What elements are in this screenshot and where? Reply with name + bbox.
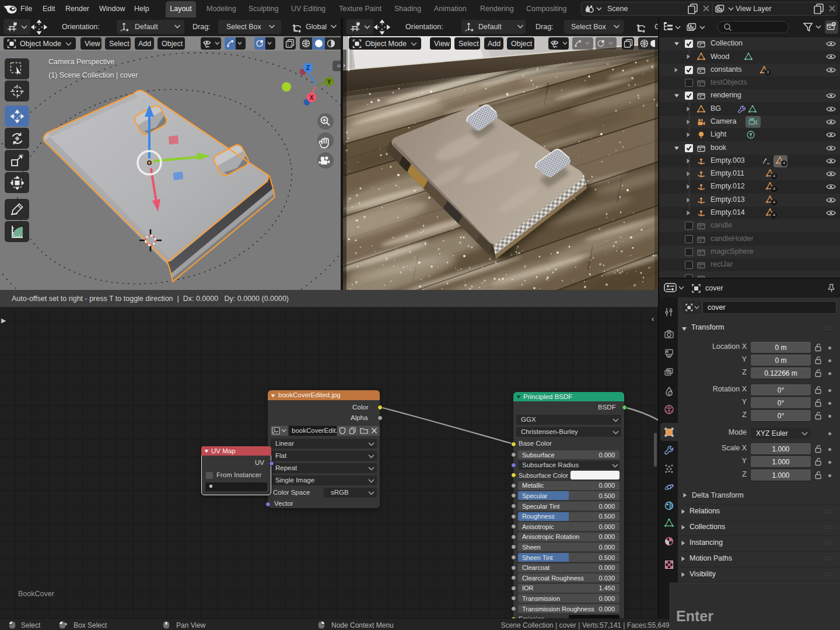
svg-text:Y: Y [327,79,331,85]
svg-text:Z: Z [306,65,310,71]
svg-text:X: X [310,94,314,101]
